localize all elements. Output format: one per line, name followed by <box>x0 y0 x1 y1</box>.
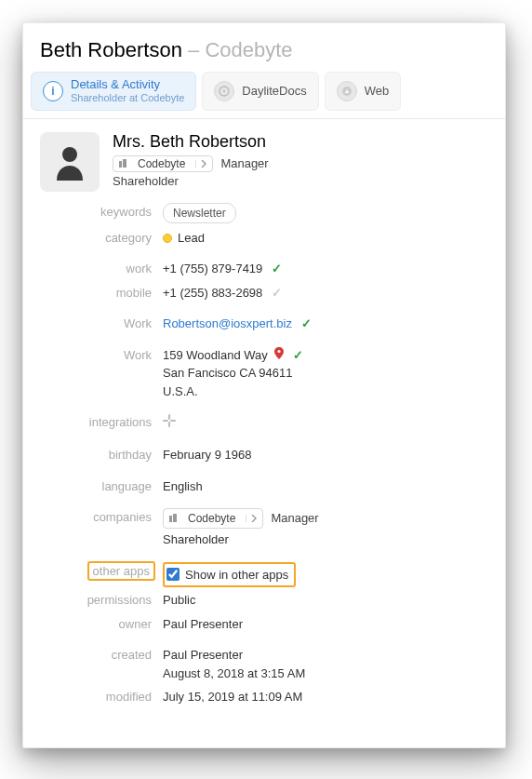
tab-details-title: Details & Activity <box>71 78 184 92</box>
person-icon <box>53 143 86 181</box>
row-keywords: keywords Newsletter <box>40 203 488 223</box>
header: Beth Robertson – Codebyte <box>23 23 505 72</box>
tab-daylitedocs[interactable]: DayliteDocs <box>202 72 318 111</box>
svg-point-3 <box>62 147 77 162</box>
label-mobile: mobile <box>40 284 163 302</box>
role: Manager <box>220 156 268 170</box>
slack-icon[interactable] <box>163 415 176 430</box>
row-work-phone: work +1 (755) 879-7419 ✓ <box>40 260 488 278</box>
show-in-other-apps-checkbox[interactable] <box>166 568 180 581</box>
company-shareholder: Shareholder <box>163 531 488 549</box>
map-pin-icon[interactable] <box>274 348 287 362</box>
svg-rect-7 <box>168 414 170 420</box>
svg-point-1 <box>223 90 225 92</box>
info-icon: i <box>43 81 63 101</box>
profile-section: Mrs. Beth Robertson Codebyte Manager Sha… <box>40 132 488 192</box>
docs-icon <box>214 81 234 101</box>
tab-docs-title: DayliteDocs <box>242 84 306 98</box>
row-owner: owner Paul Presenter <box>40 615 488 634</box>
created-by: Paul Presenter <box>163 648 243 662</box>
full-name: Mrs. Beth Robertson <box>113 132 269 152</box>
building-icon <box>115 159 130 168</box>
svg-rect-4 <box>119 161 122 168</box>
language-value: English <box>163 477 488 496</box>
svg-point-6 <box>278 349 281 352</box>
label-work-email: Work <box>40 315 163 333</box>
company-chip-label: Codebyte <box>134 157 189 170</box>
svg-rect-5 <box>123 159 126 168</box>
company-role: Manager <box>271 509 318 528</box>
label-created: created <box>40 646 163 665</box>
label-work-addr: Work <box>40 346 163 365</box>
label-other-apps: other apps <box>87 561 155 581</box>
avatar[interactable] <box>40 132 100 192</box>
tab-details-sub: Shareholder at Codebyte <box>71 92 184 104</box>
separator: – <box>188 38 199 61</box>
keyword-pill[interactable]: Newsletter <box>163 203 236 223</box>
svg-rect-9 <box>163 420 168 422</box>
content: Mrs. Beth Robertson Codebyte Manager Sha… <box>23 119 505 729</box>
tab-details[interactable]: i Details & Activity Shareholder at Code… <box>31 72 196 111</box>
chevron-right-icon <box>195 160 210 168</box>
other-apps-highlight: Show in other apps <box>163 562 296 588</box>
work-phone[interactable]: +1 (755) 879-7419 <box>163 262 262 275</box>
permissions-value: Public <box>163 591 488 610</box>
category-value: Lead <box>178 231 205 245</box>
lead-status-dot-icon <box>163 234 172 243</box>
label-category: category <box>40 229 163 248</box>
svg-rect-12 <box>173 514 177 522</box>
row-address: Work 159 Woodland Way ✓ San Fancisco CA … <box>40 346 488 401</box>
label-permissions: permissions <box>40 591 163 610</box>
owner-value: Paul Presenter <box>163 615 488 634</box>
tab-web-title: Web <box>365 84 390 98</box>
chevron-right-icon <box>246 515 260 522</box>
svg-rect-10 <box>170 420 176 422</box>
svg-rect-11 <box>169 516 172 522</box>
label-birthday: birthday <box>40 446 163 464</box>
row-language: language English <box>40 477 488 496</box>
shareholder-label: Shareholder <box>113 174 269 188</box>
row-email: Work Robertson@iosxpert.biz ✓ <box>40 315 488 333</box>
label-companies: companies <box>40 508 163 527</box>
mobile-phone[interactable]: +1 (255) 883-2698 <box>163 286 262 300</box>
company-chip-2[interactable]: Codebyte <box>163 508 263 529</box>
row-modified: modified July 15, 2019 at 11:09 AM <box>40 688 488 706</box>
verified-check-icon: ✓ <box>301 316 312 330</box>
compass-icon <box>337 81 357 101</box>
row-created: created Paul Presenter August 8, 2018 at… <box>40 646 488 682</box>
row-mobile: mobile +1 (255) 883-2698 ✓ <box>40 284 488 302</box>
addr-line-3: U.S.A. <box>163 384 198 398</box>
show-in-other-apps-label: Show in other apps <box>185 566 288 584</box>
label-work-phone: work <box>40 260 163 278</box>
row-other-apps: other apps Show in other apps <box>40 562 488 588</box>
row-companies: companies Codebyte Manager Shareholder <box>40 508 488 549</box>
birthday-value: February 9 1968 <box>163 446 488 464</box>
contact-company: Codebyte <box>205 38 292 61</box>
modified-at: July 15, 2019 at 11:09 AM <box>163 688 488 706</box>
company-chip[interactable]: Codebyte <box>113 155 213 172</box>
tab-web[interactable]: Web <box>325 72 402 111</box>
contact-detail-card: Beth Robertson – Codebyte i Details & Ac… <box>22 22 506 748</box>
contact-name: Beth Robertson <box>40 38 182 61</box>
row-category: category Lead <box>40 229 488 248</box>
tab-bar: i Details & Activity Shareholder at Code… <box>23 72 505 119</box>
label-language: language <box>40 477 163 496</box>
label-integrations: integrations <box>40 413 163 432</box>
label-owner: owner <box>40 615 163 634</box>
verified-check-icon: ✓ <box>272 262 282 275</box>
company-chip-2-label: Codebyte <box>184 510 239 527</box>
row-birthday: birthday February 9 1968 <box>40 446 488 464</box>
created-at: August 8, 2018 at 3:15 AM <box>163 666 305 680</box>
addr-line-2: San Fancisco CA 94611 <box>163 366 292 380</box>
row-integrations: integrations <box>40 413 488 433</box>
label-modified: modified <box>40 688 163 706</box>
building-icon <box>166 514 180 523</box>
row-permissions: permissions Public <box>40 591 488 610</box>
svg-rect-8 <box>168 422 170 427</box>
label-keywords: keywords <box>40 203 163 222</box>
verified-check-icon: ✓ <box>293 348 303 362</box>
addr-line-1: 159 Woodland Way <box>163 348 268 362</box>
email-link[interactable]: Robertson@iosxpert.biz <box>163 316 292 330</box>
unverified-check-icon: ✓ <box>272 286 282 300</box>
